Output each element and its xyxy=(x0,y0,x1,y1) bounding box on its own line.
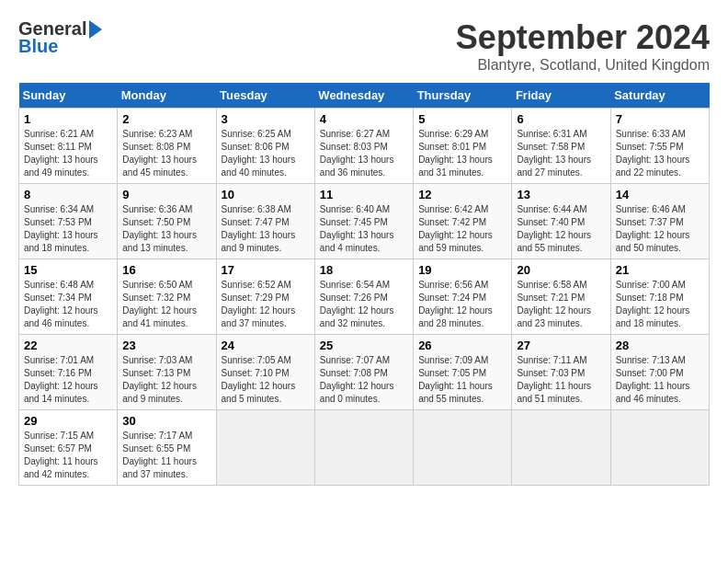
calendar-week-3: 15Sunrise: 6:48 AM Sunset: 7:34 PM Dayli… xyxy=(19,259,710,335)
header-cell-sunday: Sunday xyxy=(19,83,118,109)
logo-arrow-icon xyxy=(89,20,102,39)
header-cell-monday: Monday xyxy=(118,83,216,109)
calendar-cell: 19Sunrise: 6:56 AM Sunset: 7:24 PM Dayli… xyxy=(414,259,512,335)
calendar-cell: 4Sunrise: 6:27 AM Sunset: 8:03 PM Daylig… xyxy=(314,109,413,184)
day-number: 17 xyxy=(222,263,310,277)
calendar-cell: 28Sunrise: 7:13 AM Sunset: 7:00 PM Dayli… xyxy=(610,335,709,410)
calendar-cell: 11Sunrise: 6:40 AM Sunset: 7:45 PM Dayli… xyxy=(314,184,413,259)
calendar-cell xyxy=(610,410,709,486)
calendar-cell: 6Sunrise: 6:31 AM Sunset: 7:58 PM Daylig… xyxy=(512,109,610,184)
calendar-cell: 10Sunrise: 6:38 AM Sunset: 7:47 PM Dayli… xyxy=(216,184,314,259)
calendar-cell: 3Sunrise: 6:25 AM Sunset: 8:06 PM Daylig… xyxy=(216,109,314,184)
day-info: Sunrise: 7:00 AM Sunset: 7:18 PM Dayligh… xyxy=(616,279,704,330)
calendar-cell: 18Sunrise: 6:54 AM Sunset: 7:26 PM Dayli… xyxy=(314,259,413,335)
calendar-cell: 8Sunrise: 6:34 AM Sunset: 7:53 PM Daylig… xyxy=(19,184,118,259)
calendar-cell: 22Sunrise: 7:01 AM Sunset: 7:16 PM Dayli… xyxy=(19,335,118,410)
page-header: General Blue September 2024 Blantyre, Sc… xyxy=(18,18,710,74)
day-number: 25 xyxy=(320,339,408,352)
calendar-table: SundayMondayTuesdayWednesdayThursdayFrid… xyxy=(18,83,710,486)
day-info: Sunrise: 7:03 AM Sunset: 7:13 PM Dayligh… xyxy=(122,354,210,406)
day-number: 11 xyxy=(320,188,408,201)
calendar-cell: 23Sunrise: 7:03 AM Sunset: 7:13 PM Dayli… xyxy=(118,335,216,410)
day-info: Sunrise: 6:54 AM Sunset: 7:26 PM Dayligh… xyxy=(320,279,408,330)
calendar-cell xyxy=(414,410,512,486)
day-number: 1 xyxy=(24,112,112,126)
day-info: Sunrise: 6:56 AM Sunset: 7:24 PM Dayligh… xyxy=(418,279,506,330)
day-info: Sunrise: 6:58 AM Sunset: 7:21 PM Dayligh… xyxy=(517,279,605,330)
calendar-cell: 20Sunrise: 6:58 AM Sunset: 7:21 PM Dayli… xyxy=(512,259,610,335)
header-cell-friday: Friday xyxy=(512,83,610,109)
calendar-cell: 17Sunrise: 6:52 AM Sunset: 7:29 PM Dayli… xyxy=(216,259,314,335)
calendar-cell: 9Sunrise: 6:36 AM Sunset: 7:50 PM Daylig… xyxy=(118,184,216,259)
calendar-cell xyxy=(314,410,413,486)
calendar-cell: 13Sunrise: 6:44 AM Sunset: 7:40 PM Dayli… xyxy=(512,184,610,259)
header-cell-tuesday: Tuesday xyxy=(216,83,314,109)
day-number: 26 xyxy=(418,339,506,352)
day-number: 9 xyxy=(122,188,210,201)
day-info: Sunrise: 6:27 AM Sunset: 8:03 PM Dayligh… xyxy=(320,128,408,179)
calendar-week-1: 1Sunrise: 6:21 AM Sunset: 8:11 PM Daylig… xyxy=(19,109,710,184)
day-info: Sunrise: 6:33 AM Sunset: 7:55 PM Dayligh… xyxy=(616,128,704,179)
day-number: 19 xyxy=(418,263,506,277)
day-info: Sunrise: 7:01 AM Sunset: 7:16 PM Dayligh… xyxy=(24,354,112,406)
day-number: 22 xyxy=(24,339,112,352)
calendar-cell: 16Sunrise: 6:50 AM Sunset: 7:32 PM Dayli… xyxy=(118,259,216,335)
header-cell-wednesday: Wednesday xyxy=(314,83,413,109)
day-info: Sunrise: 6:23 AM Sunset: 8:08 PM Dayligh… xyxy=(122,128,210,179)
day-number: 24 xyxy=(222,339,310,352)
calendar-cell: 29Sunrise: 7:15 AM Sunset: 6:57 PM Dayli… xyxy=(19,410,118,486)
day-number: 20 xyxy=(517,263,605,277)
header-cell-saturday: Saturday xyxy=(610,83,709,109)
calendar-week-2: 8Sunrise: 6:34 AM Sunset: 7:53 PM Daylig… xyxy=(19,184,710,259)
day-number: 6 xyxy=(517,112,605,126)
day-number: 14 xyxy=(616,188,704,201)
day-info: Sunrise: 6:31 AM Sunset: 7:58 PM Dayligh… xyxy=(517,128,605,179)
day-info: Sunrise: 7:17 AM Sunset: 6:55 PM Dayligh… xyxy=(122,430,210,481)
day-info: Sunrise: 6:50 AM Sunset: 7:32 PM Dayligh… xyxy=(122,279,210,330)
calendar-cell: 7Sunrise: 6:33 AM Sunset: 7:55 PM Daylig… xyxy=(610,109,709,184)
day-info: Sunrise: 7:13 AM Sunset: 7:00 PM Dayligh… xyxy=(616,354,704,406)
day-info: Sunrise: 6:44 AM Sunset: 7:40 PM Dayligh… xyxy=(517,203,605,255)
calendar-cell: 21Sunrise: 7:00 AM Sunset: 7:18 PM Dayli… xyxy=(610,259,709,335)
day-info: Sunrise: 6:29 AM Sunset: 8:01 PM Dayligh… xyxy=(418,128,506,179)
calendar-cell: 1Sunrise: 6:21 AM Sunset: 8:11 PM Daylig… xyxy=(19,109,118,184)
calendar-week-4: 22Sunrise: 7:01 AM Sunset: 7:16 PM Dayli… xyxy=(19,335,710,410)
day-number: 15 xyxy=(24,263,112,277)
day-info: Sunrise: 6:48 AM Sunset: 7:34 PM Dayligh… xyxy=(24,279,112,330)
calendar-cell: 5Sunrise: 6:29 AM Sunset: 8:01 PM Daylig… xyxy=(414,109,512,184)
day-number: 30 xyxy=(122,414,210,428)
calendar-cell: 26Sunrise: 7:09 AM Sunset: 7:05 PM Dayli… xyxy=(414,335,512,410)
calendar-cell xyxy=(216,410,314,486)
month-title: September 2024 xyxy=(456,18,710,57)
day-info: Sunrise: 6:25 AM Sunset: 8:06 PM Dayligh… xyxy=(222,128,310,179)
day-number: 21 xyxy=(616,263,704,277)
day-number: 29 xyxy=(24,414,112,428)
day-number: 7 xyxy=(616,112,704,126)
calendar-cell: 24Sunrise: 7:05 AM Sunset: 7:10 PM Dayli… xyxy=(216,335,314,410)
day-info: Sunrise: 7:11 AM Sunset: 7:03 PM Dayligh… xyxy=(517,354,605,406)
day-number: 12 xyxy=(418,188,506,201)
day-number: 5 xyxy=(418,112,506,126)
day-number: 3 xyxy=(222,112,310,126)
calendar-cell: 12Sunrise: 6:42 AM Sunset: 7:42 PM Dayli… xyxy=(414,184,512,259)
calendar-cell: 14Sunrise: 6:46 AM Sunset: 7:37 PM Dayli… xyxy=(610,184,709,259)
day-number: 23 xyxy=(122,339,210,352)
title-area: September 2024 Blantyre, Scotland, Unite… xyxy=(456,18,710,74)
day-number: 4 xyxy=(320,112,408,126)
calendar-cell xyxy=(512,410,610,486)
day-info: Sunrise: 7:05 AM Sunset: 7:10 PM Dayligh… xyxy=(222,354,310,406)
day-info: Sunrise: 6:40 AM Sunset: 7:45 PM Dayligh… xyxy=(320,203,408,255)
day-info: Sunrise: 6:42 AM Sunset: 7:42 PM Dayligh… xyxy=(418,203,506,255)
calendar-cell: 25Sunrise: 7:07 AM Sunset: 7:08 PM Dayli… xyxy=(314,335,413,410)
day-info: Sunrise: 6:21 AM Sunset: 8:11 PM Dayligh… xyxy=(24,128,112,179)
logo: General Blue xyxy=(18,18,102,57)
day-info: Sunrise: 6:36 AM Sunset: 7:50 PM Dayligh… xyxy=(122,203,210,255)
logo-blue-text: Blue xyxy=(18,36,58,57)
day-number: 10 xyxy=(222,188,310,201)
day-info: Sunrise: 7:09 AM Sunset: 7:05 PM Dayligh… xyxy=(418,354,506,406)
calendar-cell: 30Sunrise: 7:17 AM Sunset: 6:55 PM Dayli… xyxy=(118,410,216,486)
day-number: 8 xyxy=(24,188,112,201)
day-number: 18 xyxy=(320,263,408,277)
day-number: 13 xyxy=(517,188,605,201)
calendar-cell: 27Sunrise: 7:11 AM Sunset: 7:03 PM Dayli… xyxy=(512,335,610,410)
